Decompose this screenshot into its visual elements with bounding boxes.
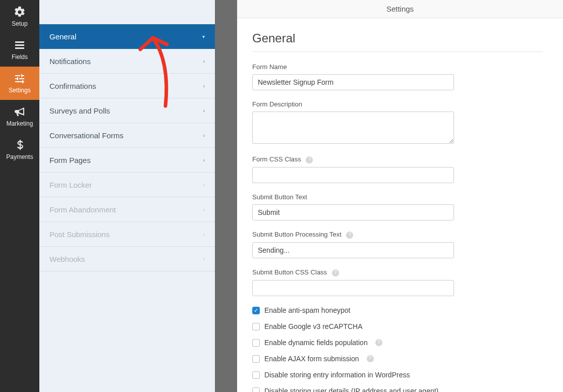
rail-label: Marketing [7,120,33,127]
menu-label: Surveys and Polls [49,106,110,115]
checkbox-icon[interactable] [252,307,260,314]
rail-marketing[interactable]: Marketing [0,100,39,133]
menu-label: Form Locker [49,181,92,189]
check-dynamic-fields[interactable]: Enable dynamic fields population ? [252,339,543,347]
help-icon[interactable]: ? [367,355,374,362]
form-name-input[interactable] [252,74,454,90]
menu-webhooks[interactable]: Webhooks › [39,247,215,271]
chevron-down-icon: ▾ [202,34,205,39]
chevron-right-icon: › [203,133,205,138]
check-label: Enable anti-spam honeypot [264,306,350,314]
form-css-label: Form CSS Class ? [252,155,454,163]
nav-rail: Setup Fields Settings Marketing Payments [0,0,39,392]
check-label: Enable Google v3 reCAPTCHA [264,322,363,330]
field-form-description: Form Description [252,100,454,145]
chevron-right-icon: › [203,157,205,163]
menu-label: Post Submissions [49,230,109,239]
field-submit-text: Submit Button Text [252,193,454,220]
field-submit-processing: Submit Button Processing Text ? [252,231,454,258]
check-disable-user-details[interactable]: Disable storing user details (IP address… [252,387,543,392]
chevron-right-icon: › [203,232,205,237]
rail-label: Payments [6,153,33,160]
help-icon[interactable]: ? [306,156,313,163]
dollar-icon [14,139,26,151]
bullhorn-icon [14,106,26,118]
submit-css-input[interactable] [252,280,454,296]
check-disable-entry[interactable]: Disable storing entry information in Wor… [252,371,543,379]
form-name-label: Form Name [252,63,454,71]
panel-heading: General [252,31,543,52]
form-desc-label: Form Description [252,100,454,108]
check-ajax[interactable]: Enable AJAX form submission ? [252,355,543,363]
check-label: Enable AJAX form submission [264,355,359,363]
menu-notifications[interactable]: Notifications › [39,49,215,74]
chevron-right-icon: › [203,108,205,114]
menu-label: Notifications [49,57,91,66]
menu-label: Form Pages [49,156,91,164]
sliders-icon [14,73,26,85]
form-css-input[interactable] [252,167,454,183]
chevron-right-icon: › [203,207,205,212]
help-icon[interactable]: ? [332,269,339,276]
topbar-title: Settings [386,5,414,13]
submit-text-input[interactable] [252,204,454,220]
check-honeypot[interactable]: Enable anti-spam honeypot [252,306,543,314]
rail-setup[interactable]: Setup [0,0,39,33]
menu-general[interactable]: General ▾ [39,24,215,49]
check-label: Enable dynamic fields population [264,339,368,347]
field-submit-css: Submit Button CSS Class ? [252,268,454,296]
content-column: Settings General Form Name Form Descript… [237,0,563,392]
checkbox-icon[interactable] [252,387,260,393]
panel-gutter [215,0,237,392]
checkbox-icon[interactable] [252,355,260,363]
menu-label: General [49,32,76,41]
field-form-name: Form Name [252,63,454,90]
rail-payments[interactable]: Payments [0,133,39,166]
menu-form-pages[interactable]: Form Pages › [39,148,215,173]
help-icon[interactable]: ? [375,339,382,346]
rail-label: Setup [12,20,27,27]
menu-form-abandonment[interactable]: Form Abandonment › [39,197,215,222]
chevron-right-icon: › [203,83,205,89]
help-icon[interactable]: ? [346,232,353,239]
checkbox-icon[interactable] [252,371,260,379]
menu-confirmations[interactable]: Confirmations › [39,74,215,98]
rail-settings[interactable]: Settings [0,67,39,100]
topbar: Settings [237,0,563,18]
check-label: Disable storing user details (IP address… [264,387,438,392]
form-desc-input[interactable] [252,111,454,144]
gear-icon [14,6,26,18]
check-label: Disable storing entry information in Wor… [264,371,410,379]
checkbox-icon[interactable] [252,339,260,347]
settings-menu: General ▾ Notifications › Confirmations … [39,0,215,392]
menu-label: Confirmations [49,82,96,90]
field-form-css: Form CSS Class ? [252,155,454,183]
check-recaptcha[interactable]: Enable Google v3 reCAPTCHA [252,322,543,330]
submit-proc-label: Submit Button Processing Text ? [252,231,454,239]
menu-label: Form Abandonment [49,205,116,214]
rail-label: Settings [9,87,30,94]
menu-conversational[interactable]: Conversational Forms › [39,123,215,148]
menu-post-submissions[interactable]: Post Submissions › [39,222,215,247]
menu-spacer [39,0,215,24]
checkbox-icon[interactable] [252,323,260,330]
rail-fields[interactable]: Fields [0,33,39,67]
settings-panel: General Form Name Form Description Form … [237,18,563,392]
chevron-right-icon: › [203,182,205,188]
submit-text-label: Submit Button Text [252,193,454,201]
menu-label: Webhooks [49,255,85,263]
submit-css-label: Submit Button CSS Class ? [252,268,454,276]
submit-proc-input[interactable] [252,242,454,258]
list-icon [14,39,26,51]
rail-label: Fields [12,53,28,61]
menu-surveys[interactable]: Surveys and Polls › [39,98,215,123]
menu-form-locker[interactable]: Form Locker › [39,173,215,197]
menu-label: Conversational Forms [49,131,124,140]
chevron-right-icon: › [203,256,205,262]
chevron-right-icon: › [203,59,205,64]
